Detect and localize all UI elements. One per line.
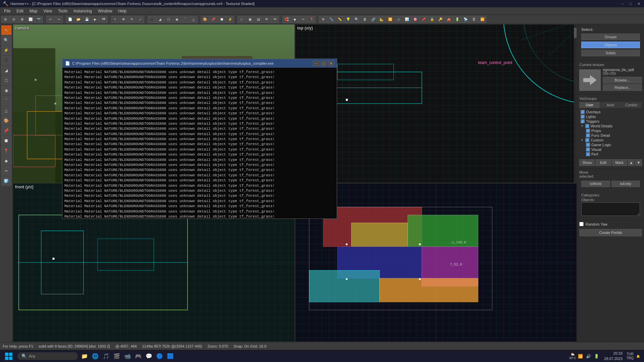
tb-sphere-btn[interactable]: ◉ <box>173 16 181 23</box>
custom-checkbox[interactable] <box>585 138 589 142</box>
lt-texture-btn[interactable]: 🎨 <box>1 116 11 125</box>
tb-select-btn[interactable]: ↖ <box>111 16 119 23</box>
tb-show-btn[interactable]: 👁 <box>271 16 279 23</box>
tb-undo-btn[interactable]: ↩ <box>46 16 54 23</box>
tb-misc4[interactable]: 💡 <box>344 16 352 23</box>
tb-clipping-btn[interactable]: ✂ <box>299 16 307 23</box>
tb-vertex-btn[interactable]: ◆ <box>291 16 299 23</box>
overlays-checkbox[interactable] <box>581 110 585 114</box>
visgroup-tab-cordon[interactable]: Cordon <box>621 102 642 108</box>
tb-misc19[interactable]: 🎛 <box>470 16 478 23</box>
tb-cylinder-btn[interactable]: ⬡ <box>164 16 172 23</box>
maximize-button[interactable]: □ <box>628 1 633 6</box>
clock[interactable]: 20:33 28.07.2023 <box>601 351 625 361</box>
lt-cylinder-btn[interactable]: ⬡ <box>1 76 11 85</box>
tb-misc16[interactable]: 🎪 <box>445 16 453 23</box>
lt-sphere-btn[interactable]: ◉ <box>1 86 11 95</box>
taskbar-zoom[interactable]: 📹 <box>123 352 131 360</box>
tb-misc7[interactable]: 🔗 <box>369 16 377 23</box>
menu-file[interactable]: File <box>1 8 13 14</box>
taskbar-chrome[interactable]: 🔵 <box>156 352 164 360</box>
tb-misc15[interactable]: 🔑 <box>436 16 444 23</box>
tb-wedge-btn[interactable]: ◢ <box>156 16 164 23</box>
visgroup-triggers[interactable]: Triggers <box>581 119 641 124</box>
tb-misc10[interactable]: ⚠ <box>394 16 402 23</box>
menu-map[interactable]: Map <box>27 8 40 14</box>
tb-misc1[interactable]: ⚙ <box>319 16 327 23</box>
visgroup-tab-auto[interactable]: Auto <box>600 102 621 108</box>
world-details-checkbox[interactable] <box>585 124 589 128</box>
language-indicator[interactable]: TUR TRQ <box>627 352 634 360</box>
visgroup-props[interactable]: Props <box>586 128 641 133</box>
taskbar-steam[interactable]: 🎮 <box>134 352 142 360</box>
mark-button[interactable]: Mark <box>612 159 627 166</box>
tb-redo-btn[interactable]: ↪ <box>55 16 63 23</box>
menu-window[interactable]: Window <box>95 8 115 14</box>
to-entity-button[interactable]: toEntity <box>611 181 640 187</box>
tb-open-btn[interactable]: 📂 <box>74 16 83 23</box>
menu-instancing[interactable]: Instancing <box>71 8 95 14</box>
tb-2d-btn[interactable]: ⬜ <box>26 16 35 23</box>
to-world-button[interactable]: toWorld <box>581 181 610 187</box>
tb-group-btn[interactable]: ▣ <box>246 16 254 23</box>
top-scrollbar-thumb[interactable] <box>574 28 577 38</box>
tb-hide-btn[interactable]: 👁 <box>263 16 271 23</box>
create-prefab-button[interactable]: Create Prefab <box>579 229 642 236</box>
minimize-button[interactable]: − <box>620 1 625 6</box>
side-viewport[interactable]: -1,149,0 7,52,0 <box>295 183 577 342</box>
tb-misc14[interactable]: 🔒 <box>428 16 436 23</box>
menu-tools[interactable]: Tools <box>55 8 70 14</box>
lt-clipping-btn[interactable]: ✂ <box>1 166 11 176</box>
tb-map-btn[interactable]: 🗺 <box>100 16 108 23</box>
tb-misc13[interactable]: 📌 <box>420 16 428 23</box>
tb-decal-btn[interactable]: 📌 <box>209 16 217 23</box>
compiler-minimize-btn[interactable]: − <box>313 61 319 66</box>
game-logic-checkbox[interactable] <box>586 143 590 147</box>
lt-path-btn[interactable]: 📍 <box>1 146 11 156</box>
lt-arch-btn[interactable]: ⌒ <box>1 96 11 105</box>
tb-arch-btn[interactable]: ⌒ <box>181 16 189 23</box>
visgroup-world-details[interactable]: ▼ World Details <box>581 124 641 128</box>
systray-volume[interactable]: 🔊 <box>585 353 592 360</box>
objects-button[interactable]: Objects <box>581 42 640 48</box>
systray-network[interactable]: 📶 <box>577 353 584 360</box>
groups-button[interactable]: Groups <box>581 34 640 40</box>
objects-input[interactable] <box>581 202 640 216</box>
tb-save-btn[interactable]: 💾 <box>83 16 91 23</box>
top-viewport[interactable]: top (x/y) t <box>295 24 577 183</box>
tb-grid2-btn[interactable]: ⊟ <box>10 16 18 23</box>
taskbar-netflix[interactable]: 🎬 <box>113 352 121 360</box>
start-button[interactable] <box>3 350 15 362</box>
tb-block-btn[interactable]: ⬛ <box>148 16 156 23</box>
edit-button[interactable]: Edit <box>595 159 611 166</box>
browse-button[interactable]: Browse... <box>603 77 642 83</box>
systray-battery[interactable]: 🔋 <box>593 353 600 360</box>
show-button[interactable]: Show <box>579 159 595 166</box>
taskbar-discord[interactable]: 💬 <box>145 352 153 360</box>
arrow-up-button[interactable]: ▲ <box>628 159 635 166</box>
texture-preview[interactable] <box>579 69 601 91</box>
visgroup-tab-user[interactable]: User <box>579 102 600 108</box>
close-button[interactable]: ✕ <box>636 1 641 6</box>
compiler-output[interactable]: Material Material NATURE/BLENDGROUNDTOGR… <box>62 68 337 219</box>
menu-view[interactable]: View <box>41 8 55 14</box>
taskbar-browser[interactable]: 🌐 <box>91 352 99 360</box>
tb-misc17[interactable]: 🔋 <box>453 16 461 23</box>
props-checkbox[interactable] <box>586 129 590 133</box>
compiler-close-btn[interactable]: ✕ <box>328 61 334 66</box>
tb-snap-btn[interactable]: 🧲 <box>282 16 290 23</box>
tb-compile-btn[interactable]: ▶ <box>91 16 99 23</box>
tb-rotate-btn[interactable]: ↻ <box>128 16 136 23</box>
lt-decal-btn[interactable]: 📌 <box>1 126 11 135</box>
tb-grid-btn[interactable]: ⊞ <box>1 16 9 23</box>
tb-new-btn[interactable]: 📄 <box>66 16 74 23</box>
func-detail-checkbox[interactable] <box>586 133 590 137</box>
tb-misc3[interactable]: 📏 <box>336 16 344 23</box>
visgroup-func-detail[interactable]: Func Detail <box>586 133 641 138</box>
tb-hollow-btn[interactable]: □ <box>237 16 246 23</box>
visgroup-visual[interactable]: Visual <box>586 147 641 152</box>
tb-misc5[interactable]: 🔍 <box>353 16 361 23</box>
visgroup-custom[interactable]: ▼ Custom <box>581 138 641 142</box>
perf-checkbox[interactable] <box>586 152 590 156</box>
tb-entity-btn[interactable]: ⚡ <box>226 16 234 23</box>
